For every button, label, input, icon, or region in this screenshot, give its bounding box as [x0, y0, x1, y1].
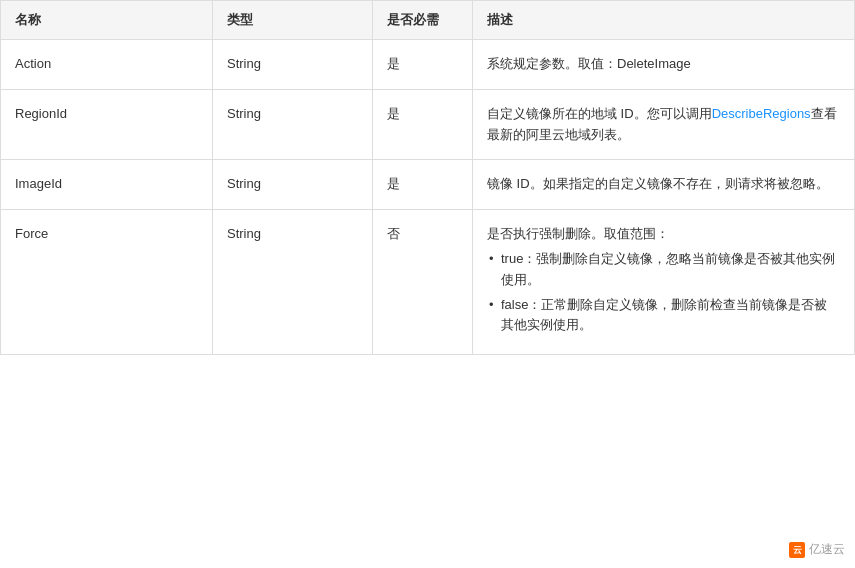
table-row: ImageIdString是镜像 ID。如果指定的自定义镜像不存在，则请求将被忽… — [1, 160, 855, 210]
cell-required: 是 — [373, 40, 473, 90]
watermark-logo: 云 — [789, 542, 805, 558]
cell-description: 自定义镜像所在的地域 ID。您可以调用DescribeRegions查看最新的阿… — [473, 89, 855, 160]
list-item: true：强制删除自定义镜像，忽略当前镜像是否被其他实例使用。 — [487, 249, 840, 291]
header-required: 是否必需 — [373, 1, 473, 40]
table-row: ActionString是系统规定参数。取值：DeleteImage — [1, 40, 855, 90]
bullet-list: true：强制删除自定义镜像，忽略当前镜像是否被其他实例使用。false：正常删… — [487, 249, 840, 336]
table-header-row: 名称 类型 是否必需 描述 — [1, 1, 855, 40]
cell-name: ImageId — [1, 160, 213, 210]
header-desc: 描述 — [473, 1, 855, 40]
cell-required: 是 — [373, 160, 473, 210]
cell-type: String — [213, 40, 373, 90]
list-item: false：正常删除自定义镜像，删除前检查当前镜像是否被其他实例使用。 — [487, 295, 840, 337]
cell-name: Force — [1, 210, 213, 355]
cell-name: RegionId — [1, 89, 213, 160]
desc-intro: 是否执行强制删除。取值范围： — [487, 226, 669, 241]
cell-type: String — [213, 89, 373, 160]
cell-type: String — [213, 160, 373, 210]
cell-name: Action — [1, 40, 213, 90]
params-table: 名称 类型 是否必需 描述 ActionString是系统规定参数。取值：Del… — [0, 0, 855, 355]
watermark: 云 亿速云 — [789, 541, 845, 558]
table-row: RegionIdString是自定义镜像所在的地域 ID。您可以调用Descri… — [1, 89, 855, 160]
cell-required: 是 — [373, 89, 473, 160]
describe-regions-link[interactable]: DescribeRegions — [712, 106, 811, 121]
watermark-text: 亿速云 — [809, 541, 845, 558]
header-type: 类型 — [213, 1, 373, 40]
header-name: 名称 — [1, 1, 213, 40]
cell-required: 否 — [373, 210, 473, 355]
cell-type: String — [213, 210, 373, 355]
cell-description: 系统规定参数。取值：DeleteImage — [473, 40, 855, 90]
table-row: ForceString否是否执行强制删除。取值范围：true：强制删除自定义镜像… — [1, 210, 855, 355]
cell-description: 镜像 ID。如果指定的自定义镜像不存在，则请求将被忽略。 — [473, 160, 855, 210]
cell-description: 是否执行强制删除。取值范围：true：强制删除自定义镜像，忽略当前镜像是否被其他… — [473, 210, 855, 355]
table-container: 名称 类型 是否必需 描述 ActionString是系统规定参数。取值：Del… — [0, 0, 855, 568]
